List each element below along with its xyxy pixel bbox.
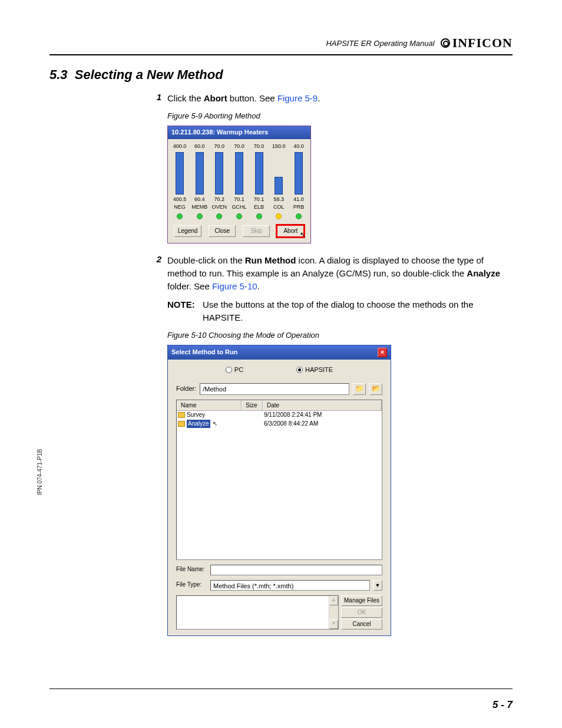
abort-button[interactable]: Abort ↖ (277, 225, 304, 238)
radio-pc[interactable]: PC (226, 365, 243, 375)
filename-label: File Name: (176, 565, 207, 574)
brand-logo: INFICON (441, 35, 513, 51)
figure-5-10: Select Method to Run × PC HAPSITE Folder… (167, 345, 391, 636)
heater-bar: 40.041.0PRB (290, 143, 307, 219)
scrollbar[interactable]: ▲ ▼ (329, 596, 338, 629)
list-item[interactable]: Survey9/11/2008 2:24:41 PM (177, 411, 382, 420)
filename-input[interactable] (210, 565, 382, 575)
cursor-icon: ↖ (213, 420, 217, 429)
legend-button[interactable]: Legend (174, 225, 201, 238)
step-body: Click the Abort button. See Figure 5-9. … (167, 92, 507, 243)
status-dot (177, 213, 183, 219)
skip-button: Skip (243, 225, 270, 238)
warmup-heaters-title: 10.211.80.238: Warmup Heaters (168, 126, 310, 139)
section-heading: 5.3 Selecting a New Method (49, 67, 513, 83)
step-body: Double-click on the Run Method icon. A d… (167, 254, 507, 636)
step-number: 2 (148, 254, 167, 636)
manage-files-button[interactable]: Manage Files (341, 595, 382, 606)
step-2: 2 Double-click on the Run Method icon. A… (148, 254, 507, 636)
brand-text: INFICON (452, 35, 513, 51)
figure-5-9: 10.211.80.238: Warmup Heaters 400.0400.5… (167, 126, 311, 244)
scroll-down-icon[interactable]: ▼ (329, 620, 338, 629)
heater-bar-row: 400.0400.5NEG60.060.4MEMB70.070.2OVEN70.… (170, 143, 308, 219)
step-number: 1 (148, 92, 167, 243)
heater-bar: 400.0400.5NEG (171, 143, 188, 219)
footer-rule (49, 689, 513, 689)
figure-5-10-caption: Figure 5-10 Choosing the Mode of Operati… (167, 330, 507, 341)
dialog-title-bar: Select Method to Run × (168, 345, 391, 360)
page-header: HAPSITE ER Operating Manual INFICON (49, 35, 513, 55)
step-1: 1 Click the Abort button. See Figure 5-9… (148, 92, 507, 243)
radio-icon (226, 367, 232, 373)
new-folder-button[interactable]: 📂 (369, 383, 382, 395)
folder-label: Folder: (176, 384, 196, 394)
message-box: ▲ ▼ (176, 595, 339, 630)
col-name[interactable]: Name (177, 400, 242, 411)
status-dot (216, 213, 222, 219)
figure-link[interactable]: Figure 5-10 (212, 281, 257, 291)
heater-bar: 70.070.1GCHL (231, 143, 247, 219)
heater-bar: 70.070.1ELB (251, 143, 267, 219)
side-ipn: IPN 074-471-P1B (37, 449, 43, 495)
radio-hapsite[interactable]: HAPSITE (296, 365, 333, 375)
page-number: 5 - 7 (492, 699, 513, 711)
status-dot (197, 213, 203, 219)
radio-icon (296, 367, 303, 373)
heater-bar: 60.060.4MEMB (191, 143, 208, 219)
scroll-up-icon[interactable]: ▲ (329, 596, 338, 605)
brand-icon (441, 38, 450, 48)
folder-icon (178, 421, 185, 427)
col-size[interactable]: Size (242, 400, 263, 411)
note-block: NOTE: Use the buttons at the top of the … (167, 298, 507, 324)
manual-title: HAPSITE ER Operating Manual (326, 39, 434, 48)
heater-bar: 150.058.3COL (270, 143, 287, 219)
close-icon[interactable]: × (378, 348, 387, 357)
folder-icon (178, 412, 185, 418)
cancel-button[interactable]: Cancel (341, 619, 382, 630)
file-list[interactable]: Name Size Date Survey9/11/2008 2:24:41 P… (177, 400, 382, 559)
chevron-down-icon[interactable]: ▼ (373, 580, 382, 591)
status-dot (236, 213, 242, 219)
status-dot (276, 213, 282, 219)
note-label: NOTE: (167, 298, 203, 324)
close-button[interactable]: Close (209, 225, 236, 238)
folder-input[interactable]: /Method (200, 383, 349, 395)
dialog-title: Select Method to Run (171, 348, 237, 357)
filetype-select[interactable]: Method Files (*.mth; *.xmth) (210, 580, 370, 591)
filetype-label: File Type: (176, 581, 207, 589)
list-header: Name Size Date (177, 400, 382, 411)
status-dot (296, 213, 302, 219)
up-folder-button[interactable]: 📁 (353, 383, 366, 395)
list-item[interactable]: Analyze↖6/3/2008 8:44:22 AM (177, 420, 382, 429)
col-date[interactable]: Date (263, 400, 382, 411)
cursor-icon: ↖ (300, 230, 306, 240)
figure-5-9-caption: Figure 5-9 Aborting Method (167, 111, 507, 122)
note-text: Use the buttons at the top of the dialog… (203, 298, 507, 324)
status-dot (256, 213, 262, 219)
heater-bar: 70.070.2OVEN (211, 143, 227, 219)
ok-button: OK (341, 607, 382, 618)
figure-link[interactable]: Figure 5-9 (277, 93, 318, 103)
